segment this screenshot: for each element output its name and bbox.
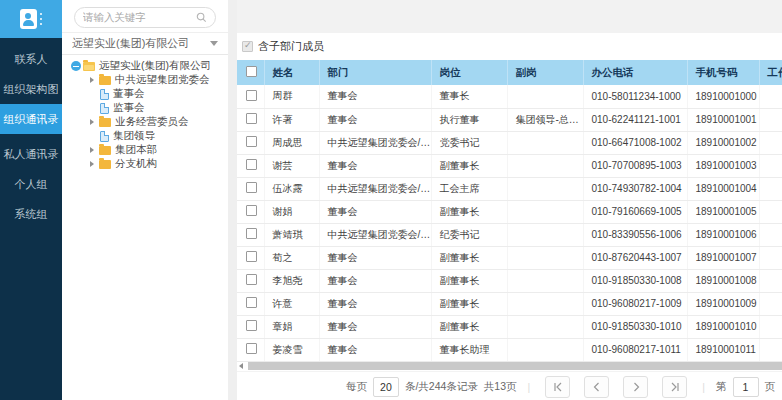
cell-workplace: [759, 154, 782, 177]
page-number-input[interactable]: 1: [733, 377, 759, 397]
row-checkbox[interactable]: [246, 320, 257, 331]
chevron-right-icon: [631, 382, 641, 392]
cell-office-phone: 010-87620443-1007: [583, 246, 687, 269]
cell-office-phone: 010-79160669-1005: [583, 200, 687, 223]
pagination-divider: |: [702, 381, 705, 393]
table-row[interactable]: 萧靖琪 中共远望集团党委会/纪委 纪委书记 010-83390556-1006 …: [237, 223, 782, 246]
cell-department: 董事会: [319, 108, 431, 131]
cell-name: 许著: [264, 108, 319, 131]
cell-office-phone: 010-58011234-1000: [583, 85, 687, 108]
sidebar-item-contacts[interactable]: 联系人: [0, 44, 62, 74]
table-row[interactable]: 谢芸 董事会 副董事长 010-70700895-1003 1891000100…: [237, 154, 782, 177]
collapse-icon[interactable]: [71, 61, 81, 71]
tree-node-root[interactable]: 远望实业(集团)有限公司: [70, 59, 228, 73]
cell-deputy-position: [507, 315, 583, 338]
row-checkbox[interactable]: [246, 113, 257, 124]
cell-deputy-position: [507, 85, 583, 108]
company-select[interactable]: 远望实业(集团)有限公司: [62, 33, 228, 55]
expand-arrow-icon[interactable]: [90, 161, 94, 167]
horizontal-scrollbar[interactable]: [237, 362, 782, 371]
cell-position: 党委书记: [431, 131, 507, 154]
cell-department: 董事会: [319, 154, 431, 177]
cell-workplace: [759, 200, 782, 223]
tree-node[interactable]: 业务经营委员会: [70, 115, 228, 129]
cell-name: 周成思: [264, 131, 319, 154]
expand-arrow-icon[interactable]: [90, 77, 94, 83]
cell-department: 董事会: [319, 200, 431, 223]
prev-page-button[interactable]: [584, 376, 609, 398]
tree-node[interactable]: 监事会: [70, 101, 228, 115]
row-checkbox[interactable]: [246, 297, 257, 308]
cell-mobile: 18910001006: [687, 223, 759, 246]
cell-office-phone: 010-66471008-1002: [583, 131, 687, 154]
sidebar-item-system-groups[interactable]: 系统组: [0, 199, 62, 229]
table-row[interactable]: 李旭尧 董事会 副董事长 010-91850330-1008 189100010…: [237, 269, 782, 292]
col-header-position[interactable]: 岗位: [431, 60, 507, 85]
table-row[interactable]: 荀之 董事会 副董事长 010-87620443-1007 1891000100…: [237, 246, 782, 269]
page-label-suffix: 页: [765, 380, 776, 394]
col-header-department[interactable]: 部门: [319, 60, 431, 85]
cell-position: 董事长: [431, 85, 507, 108]
tree-node[interactable]: 集团本部: [70, 143, 228, 157]
table-row[interactable]: 许意 董事会 副董事长 010-96080217-1009 1891000100…: [237, 292, 782, 315]
scroll-left-icon[interactable]: [239, 363, 243, 369]
app-logo[interactable]: [0, 0, 62, 38]
expand-arrow-icon[interactable]: [90, 147, 94, 153]
row-checkbox[interactable]: [246, 274, 257, 285]
members-table: 姓名 部门 岗位 副岗 办公电话 手机号码 工作地 周群 董事会 董事长 010…: [237, 60, 782, 362]
last-page-button[interactable]: [662, 376, 687, 398]
scrollbar-thumb[interactable]: [248, 362, 782, 370]
select-all-checkbox[interactable]: [246, 66, 257, 77]
table-row[interactable]: 谢娟 董事会 副董事长 010-79160669-1005 1891000100…: [237, 200, 782, 223]
row-checkbox[interactable]: [246, 251, 257, 262]
col-header-workplace[interactable]: 工作地: [759, 60, 782, 85]
chevron-down-icon: [210, 41, 218, 46]
cell-position: 副董事长: [431, 246, 507, 269]
expand-arrow-icon[interactable]: [90, 119, 94, 125]
cell-mobile: 18910001009: [687, 292, 759, 315]
sidebar-item-org-directory[interactable]: 组织通讯录: [0, 104, 62, 134]
first-page-button[interactable]: [545, 376, 570, 398]
table-header-row: 姓名 部门 岗位 副岗 办公电话 手机号码 工作地: [237, 60, 782, 85]
cell-position: 董事长助理: [431, 338, 507, 361]
next-page-button[interactable]: [623, 376, 648, 398]
row-checkbox[interactable]: [246, 159, 257, 170]
tree-node[interactable]: 分支机构: [70, 157, 228, 171]
row-checkbox[interactable]: [246, 228, 257, 239]
cell-name: 姜凌雪: [264, 338, 319, 361]
tree-node[interactable]: 集团领导: [70, 129, 228, 143]
table-row[interactable]: 姜凌雪 董事会 董事长助理 010-96080217-1011 18910001…: [237, 338, 782, 361]
per-page-input[interactable]: 20: [373, 377, 399, 397]
row-checkbox[interactable]: [246, 90, 257, 101]
col-header-office-phone[interactable]: 办公电话: [583, 60, 687, 85]
table-row[interactable]: 周群 董事会 董事长 010-58011234-1000 18910001000: [237, 85, 782, 108]
sidebar-item-private-directory[interactable]: 私人通讯录: [0, 139, 62, 169]
cell-name: 周群: [264, 85, 319, 108]
row-checkbox[interactable]: [246, 205, 257, 216]
sidebar-item-personal-groups[interactable]: 个人组: [0, 169, 62, 199]
table-row[interactable]: 许著 董事会 执行董事 集团领导-总经理 010-62241121-1001 1…: [237, 108, 782, 131]
row-checkbox[interactable]: [246, 136, 257, 147]
col-header-mobile[interactable]: 手机号码: [687, 60, 759, 85]
cell-deputy-position: [507, 338, 583, 361]
table-row[interactable]: 周成思 中共远望集团党委会/党委... 党委书记 010-66471008-10…: [237, 131, 782, 154]
include-sub-depts-checkbox[interactable]: [242, 41, 253, 52]
search-icon: [196, 12, 207, 23]
col-header-name[interactable]: 姓名: [264, 60, 319, 85]
table-row[interactable]: 章娟 董事会 副董事长 010-91850330-1010 1891000101…: [237, 315, 782, 338]
table-row[interactable]: 伍冰露 中共远望集团党委会/工会... 工会主席 010-74930782-10…: [237, 177, 782, 200]
cell-mobile: 18910001007: [687, 246, 759, 269]
cell-name: 谢娟: [264, 200, 319, 223]
tree-node[interactable]: 董事会: [70, 87, 228, 101]
row-checkbox[interactable]: [246, 182, 257, 193]
sidebar-item-org-chart[interactable]: 组织架构图: [0, 74, 62, 104]
last-page-icon: [670, 382, 680, 392]
cell-mobile: 18910001000: [687, 85, 759, 108]
cell-workplace: [759, 315, 782, 338]
pagination-divider: |: [528, 381, 531, 393]
pagination-bar: 每页 20 条/共244条记录 共13页 | | 第 1 页: [237, 371, 782, 400]
search-input[interactable]: 请输入关键字: [74, 7, 216, 28]
col-header-deputy-position[interactable]: 副岗: [507, 60, 583, 85]
row-checkbox[interactable]: [246, 343, 257, 354]
tree-node[interactable]: 中共远望集团党委会: [70, 73, 228, 87]
